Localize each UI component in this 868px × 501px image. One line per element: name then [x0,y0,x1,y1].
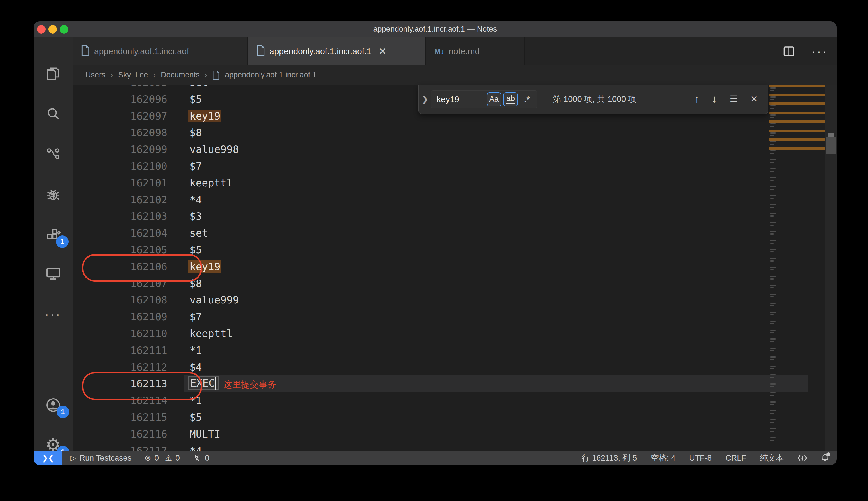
code-line[interactable]: 162109$7 [115,308,837,325]
more-actions-icon[interactable]: ··· [812,45,828,58]
code-line[interactable]: 162114*1 [115,392,837,409]
breadcrumb-segment[interactable]: Users [85,71,106,79]
breadcrumb: Users › Sky_Lee › Documents › appendonly… [73,65,837,85]
code-line[interactable]: 162104set [115,225,837,242]
eol-sequence[interactable]: CRLF [725,454,746,462]
activity-bar: 1 ··· 1 ⚙ 1 [34,37,73,451]
minimap-text-mark [770,332,773,333]
regex-toggle[interactable]: .* [520,92,534,106]
accounts-icon[interactable]: 1 [34,391,73,419]
minimap-text-mark [770,419,775,420]
run-testcases-button[interactable]: ▷ Run Testcases [70,454,131,462]
remote-explorer-icon[interactable] [34,259,73,288]
line-content: $3 [189,210,202,222]
code-line[interactable]: 162101keepttl [115,174,837,191]
line-content: *4 [189,194,202,205]
warning-icon: ⚠ [165,454,172,462]
code-line[interactable]: 162106key19 [115,258,837,275]
editor-scrollbar[interactable] [825,85,837,451]
breadcrumb-segment[interactable]: Sky_Lee [118,71,148,79]
minimap-text-mark [770,392,775,393]
play-icon: ▷ [70,454,76,462]
minimap-text-mark [770,243,773,244]
scrollbar-thumb[interactable] [826,137,836,154]
code-line[interactable]: 162100$7 [115,158,837,174]
indentation[interactable]: 空格: 4 [651,452,675,463]
error-icon: ⊗ [144,454,151,462]
code-line[interactable]: 162117*4 [115,443,837,451]
explorer-icon[interactable] [34,60,73,88]
minimap-text-mark [770,225,773,226]
minimap-text-mark [770,96,775,98]
breadcrumb-file[interactable]: appendonly.aof.1.incr.aof.1 [225,71,316,79]
notifications-bell-icon[interactable] [821,454,829,462]
line-number: 162098 [115,127,167,138]
minimap-text-mark [770,413,773,414]
code-line[interactable]: 162105$5 [115,242,837,258]
minimap-text-mark [770,365,775,367]
code-line[interactable]: 162099value998 [115,141,837,158]
find-in-selection-icon[interactable]: ☰ [730,94,738,105]
minimap-text-mark [770,177,775,178]
code-line[interactable]: 162115$5 [115,409,837,426]
breadcrumb-segment[interactable]: Documents [161,71,200,79]
remote-indicator[interactable]: ❯❮ [34,451,62,465]
tab-label: note.md [449,46,479,56]
code-sync-icon[interactable] [798,454,807,462]
search-icon[interactable] [34,100,73,128]
line-number: 162101 [115,177,167,189]
minimap-text-mark [770,251,773,253]
minimap-text-mark [770,377,773,378]
problems-indicator[interactable]: ⊗ 0 ⚠ 0 [144,454,180,462]
language-mode[interactable]: 纯文本 [760,452,784,463]
whole-word-toggle[interactable]: ab [503,92,518,106]
minimap-text-mark [770,141,775,142]
code-line[interactable]: 162108value999 [115,291,837,308]
source-control-icon[interactable] [34,139,73,168]
editor-pane[interactable]: 162095set162096$5162097key19162098$81620… [73,85,837,451]
split-editor-icon[interactable] [783,45,794,57]
minimap-text-mark [770,215,773,217]
minimap-text-mark [770,356,775,358]
tab-note-md[interactable]: M↓ note.md [426,37,525,65]
code-line[interactable]: 162116MULTI [115,426,837,443]
code-line[interactable]: 162112$4 [115,359,837,375]
minimap[interactable] [769,85,825,451]
code-line[interactable]: 162111*1 [115,342,837,359]
cursor-position[interactable]: 行 162113, 列 5 [582,452,637,463]
minimap-text-mark [770,339,775,340]
minimap-text-mark [770,222,775,223]
previous-match-icon[interactable]: ↑ [694,93,699,105]
minimap-text-mark [770,249,775,250]
line-content: value999 [189,294,239,306]
encoding[interactable]: UTF-8 [689,454,712,462]
code-line[interactable]: 162107$8 [115,275,837,292]
minimap-text-mark [770,323,773,324]
breadcrumb-separator: › [153,71,156,79]
line-number: 162099 [115,143,167,155]
file-icon [81,45,90,57]
find-collapse-chevron-icon[interactable]: ❯ [419,94,431,104]
debug-icon[interactable] [34,180,73,209]
match-case-toggle[interactable]: Aa [487,92,501,106]
tab-appendonly-aof-1-incr-aof[interactable]: appendonly.aof.1.incr.aof [73,37,248,65]
minimap-text-mark [770,312,775,313]
extensions-icon[interactable]: 1 [34,221,73,250]
tab-appendonly-aof-1-incr-aof-1[interactable]: appendonly.aof.1.incr.aof.1 ✕ [248,37,426,65]
additional-views-icon[interactable]: ··· [34,300,73,329]
minimap-text-mark [770,276,775,277]
minimap-text-mark [770,294,775,295]
code-line[interactable]: 162103$3 [115,208,837,225]
minimap-text-mark [770,233,773,235]
minimap-text-mark [770,285,775,286]
minimap-text-mark [770,117,773,118]
find-input[interactable]: key19 Aa ab .* [431,90,537,108]
ports-indicator[interactable]: 0 [193,454,209,462]
close-tab-icon[interactable]: ✕ [379,46,387,57]
code-line[interactable]: 162098$8 [115,124,837,141]
next-match-icon[interactable]: ↓ [712,93,717,105]
code-line[interactable]: 162102*4 [115,191,837,208]
close-find-icon[interactable]: ✕ [750,94,758,105]
code-line[interactable]: 162110keepttl [115,325,837,342]
minimap-match-stripe [769,103,825,105]
